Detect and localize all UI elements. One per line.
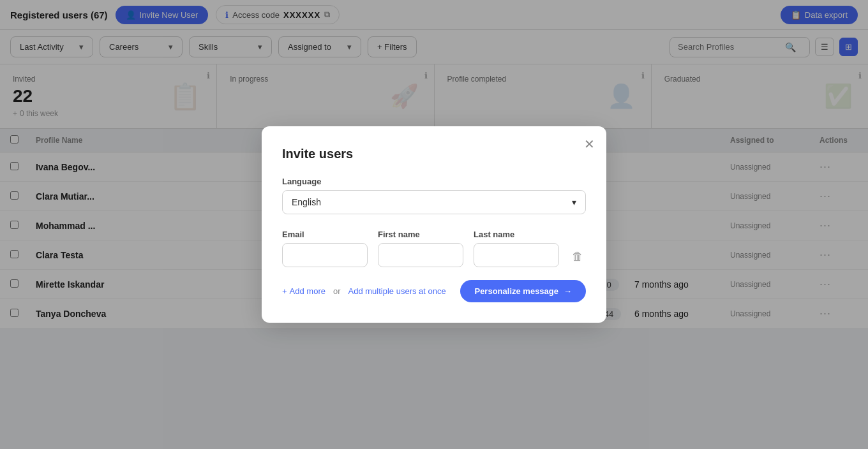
arrow-right-icon: → [564,286,572,296]
last-name-input[interactable] [474,243,559,267]
language-label: Language [282,177,586,186]
personalize-message-button[interactable]: Personalize message → [460,280,586,302]
modal-title: Invite users [282,147,586,161]
modal-overlay[interactable]: ✕ Invite users Language English ▾ Email … [0,0,868,449]
plus-icon: + [282,286,287,296]
modal-actions: + Add more or Add multiple users at once… [282,280,586,302]
add-multiple-link[interactable]: Add multiple users at once [348,286,446,296]
delete-row-button[interactable]: 🗑 [569,247,586,266]
first-name-input[interactable] [378,243,463,267]
chevron-down-icon: ▾ [572,197,576,207]
user-fields-row: Email First name Last name 🗑 [282,230,586,267]
email-input[interactable] [282,243,368,267]
language-value: English [292,197,321,207]
last-name-field: Last name [474,230,559,267]
email-field: Email [282,230,368,267]
last-name-label: Last name [474,230,559,239]
add-more-link[interactable]: + Add more [282,286,326,296]
first-name-label: First name [378,230,463,239]
invite-users-modal: ✕ Invite users Language English ▾ Email … [262,126,606,323]
or-text: or [333,286,341,296]
modal-close-button[interactable]: ✕ [584,138,595,151]
first-name-field: First name [378,230,463,267]
language-select[interactable]: English ▾ [282,190,586,214]
email-label: Email [282,230,368,239]
